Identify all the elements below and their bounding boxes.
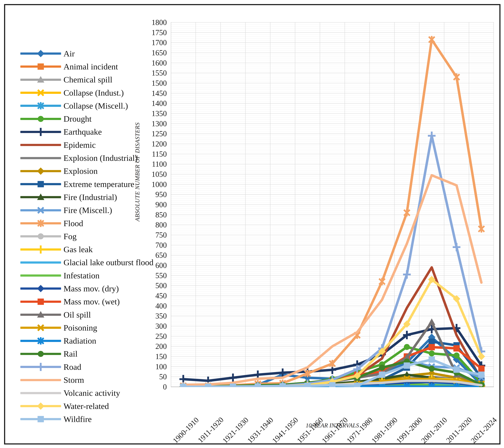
legend-label: Collapse (Miscell.) <box>64 101 128 111</box>
legend-marker-triangle-icon <box>20 311 61 319</box>
marker-flood <box>429 36 435 43</box>
legend-label: Extreme temperature <box>64 179 134 189</box>
y-tick-label: 50 <box>137 373 167 380</box>
legend-marker-diamond-icon <box>20 402 61 410</box>
legend-glyph <box>37 64 44 70</box>
legend-label: Earthquake <box>64 127 102 137</box>
marker-mass-mov-wet- <box>429 344 435 350</box>
y-tick-label: 1550 <box>137 69 167 77</box>
legend-glyph <box>37 363 45 371</box>
marker-wildfire <box>429 356 435 362</box>
y-tick-label: 600 <box>137 261 167 269</box>
marker-drought <box>404 344 410 350</box>
legend-label: Wildfire <box>64 414 92 424</box>
legend-marker-none-icon <box>20 389 61 397</box>
marker-road <box>453 243 460 251</box>
legend-label: Road <box>64 362 81 372</box>
legend-marker-plus-icon <box>20 363 61 371</box>
legend-label: Poisoning <box>64 323 97 333</box>
legend-item-radiation: Radiation <box>20 334 153 347</box>
legend-item-glacial-lake-outburst-flood: Glacial lake outburst flood <box>20 256 153 269</box>
legend-item-earthquake: Earthquake <box>20 125 153 138</box>
legend-label: Explosion <box>64 166 98 176</box>
legend-label: Chemical spill <box>64 75 112 85</box>
legend-label: Fire (Industrial) <box>64 192 117 202</box>
marker-wildfire <box>255 383 261 387</box>
legend-label: Water-related <box>64 401 109 411</box>
legend-marker-square-icon <box>20 63 61 71</box>
legend-marker-circle-icon <box>20 232 61 241</box>
legend-marker-x-icon <box>20 89 61 97</box>
legend-marker-square-icon <box>20 180 61 188</box>
legend-label: Epidemic <box>64 140 96 150</box>
y-tick-label: 1700 <box>137 39 167 46</box>
y-tick-label: 750 <box>137 231 167 239</box>
marker-earthquake <box>180 375 187 383</box>
marker-drought <box>453 352 459 358</box>
y-tick-label: 800 <box>137 221 167 229</box>
legend-item-storm: Storm <box>20 373 153 386</box>
legend-label: Infestation <box>64 271 99 280</box>
legend-label: Mass mov. (dry) <box>64 284 119 293</box>
legend-glyph <box>37 285 44 292</box>
legend-marker-asterisk-icon <box>20 102 61 110</box>
legend-item-road: Road <box>20 361 153 373</box>
marker-wildfire <box>379 372 385 378</box>
y-tick-label: 1200 <box>137 140 167 148</box>
legend-item-oil-spill: Oil spill <box>20 308 153 321</box>
legend-item-explosion: Explosion <box>20 165 153 178</box>
legend-item-collapse-miscell-: Collapse (Miscell.) <box>20 99 153 112</box>
marker-road <box>428 132 436 140</box>
legend-marker-x-icon <box>20 324 61 332</box>
legend-glyph <box>38 116 44 122</box>
legend-item-rail: Rail <box>20 347 153 361</box>
y-tick-label: 700 <box>137 241 167 249</box>
y-tick-label: 1500 <box>137 79 167 87</box>
y-tick-label: 1650 <box>137 49 167 56</box>
marker-water-related <box>478 353 485 360</box>
legend-glyph <box>38 233 44 239</box>
y-tick-label: 1400 <box>137 100 167 107</box>
legend-item-collapse-indust-: Collapse (Indust.) <box>20 86 153 99</box>
legend-marker-circle-icon <box>20 350 61 358</box>
legend-label: Volcanic activity <box>64 388 120 398</box>
legend-marker-diamond-icon <box>20 50 61 58</box>
legend-label: Fog <box>64 232 76 241</box>
legend-item-mass-mov-dry-: Mass mov. (dry) <box>20 282 153 295</box>
marker-wildfire <box>329 382 335 387</box>
legend-marker-none-icon <box>20 376 61 384</box>
y-tick-label: 350 <box>137 312 167 320</box>
legend-item-explosion-industrial-: Explosion (Industrial) <box>20 152 153 164</box>
y-tick-label: 100 <box>137 363 167 370</box>
legend-item-volcanic-activity: Volcanic activity <box>20 387 153 400</box>
legend-label: Radiation <box>64 336 96 346</box>
legend-item-animal-incident: Animal incident <box>20 60 153 73</box>
y-tick-label: 150 <box>137 353 167 360</box>
y-tick-label: 1600 <box>137 59 167 67</box>
legend-glyph <box>37 181 44 187</box>
plot-area <box>171 21 494 387</box>
marker-mass-mov-wet- <box>478 365 485 372</box>
legend-marker-plus-icon <box>20 245 61 254</box>
y-tick-label: 400 <box>137 302 167 310</box>
legend-glyph <box>37 299 44 305</box>
y-tick-label: 300 <box>137 322 167 330</box>
y-tick-label: 500 <box>137 282 167 289</box>
legend-marker-asterisk-icon <box>20 337 61 345</box>
marker-wildfire <box>304 383 311 387</box>
legend-marker-none-icon <box>20 272 61 280</box>
legend-glyph <box>37 128 45 136</box>
legend-label: Animal incident <box>64 62 118 71</box>
y-tick-label: 550 <box>137 272 167 279</box>
y-tick-label: 1800 <box>137 18 167 26</box>
marker-rail <box>379 365 385 371</box>
y-tick-label: 900 <box>137 201 167 208</box>
legend-item-wildfire: Wildfire <box>20 413 153 426</box>
legend-marker-plus-icon <box>20 128 61 136</box>
y-tick-label: 450 <box>137 292 167 299</box>
legend-label: Collapse (Indust.) <box>64 88 124 98</box>
marker-wildfire <box>478 372 485 378</box>
legend-label: Air <box>64 49 75 58</box>
legend-label: Drought <box>64 114 91 124</box>
legend-glyph <box>37 245 45 254</box>
